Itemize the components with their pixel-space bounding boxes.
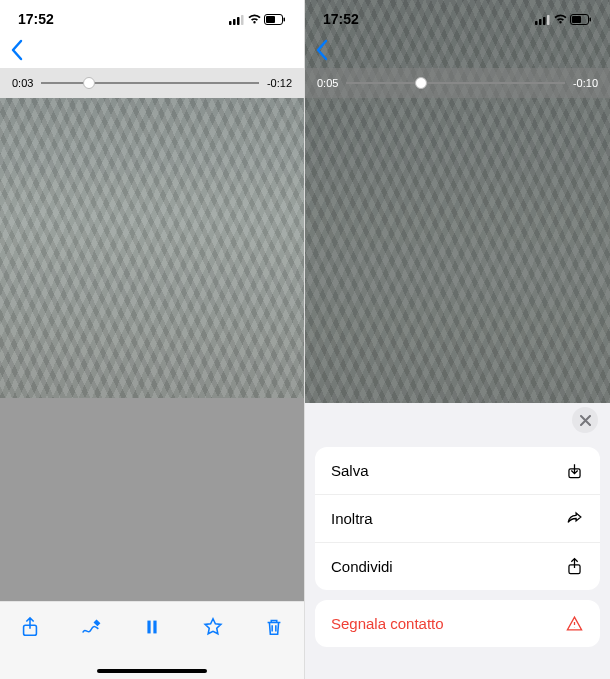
- scrub-thumb[interactable]: [83, 77, 95, 89]
- svg-rect-11: [539, 19, 542, 25]
- remaining-time: -0:10: [573, 77, 598, 89]
- menu-label: Segnala contatto: [331, 615, 444, 632]
- signal-icon: [535, 14, 551, 25]
- svg-rect-9: [153, 621, 156, 634]
- nav-bar: [0, 38, 304, 68]
- screen-left: 17:52 0:03 -0:12: [0, 0, 305, 679]
- wifi-icon: [553, 14, 568, 25]
- menu-label: Salva: [331, 462, 369, 479]
- svg-rect-5: [266, 16, 275, 23]
- signal-icon: [229, 14, 245, 25]
- scrub-track[interactable]: [346, 82, 565, 84]
- status-icons: [229, 14, 286, 25]
- menu-forward[interactable]: Inoltra: [315, 494, 600, 542]
- screen-right: 17:52 0:05 -0:10 Salva Inoltra Condividi…: [305, 0, 610, 679]
- download-icon: [565, 461, 584, 480]
- svg-rect-13: [547, 15, 550, 25]
- nav-bar: [305, 38, 610, 68]
- svg-rect-0: [229, 21, 232, 25]
- status-icons: [535, 14, 592, 25]
- home-indicator[interactable]: [97, 669, 207, 673]
- wifi-icon: [247, 14, 262, 25]
- remaining-time: -0:12: [267, 77, 292, 89]
- svg-rect-3: [241, 15, 244, 25]
- forward-icon: [565, 509, 584, 528]
- svg-rect-2: [237, 17, 240, 25]
- star-icon[interactable]: [202, 616, 224, 642]
- scrub-thumb[interactable]: [415, 77, 427, 89]
- pause-icon[interactable]: [141, 616, 163, 642]
- battery-icon: [264, 14, 286, 25]
- clock: 17:52: [323, 11, 359, 27]
- menu-report[interactable]: Segnala contatto: [315, 600, 600, 647]
- action-sheet: Salva Inoltra Condividi Segnala contatto: [305, 403, 610, 679]
- video-viewport: [0, 98, 304, 601]
- scrub-track[interactable]: [41, 82, 259, 84]
- share-icon[interactable]: [19, 616, 41, 642]
- letterbox: [0, 398, 304, 601]
- svg-rect-6: [284, 17, 286, 21]
- back-button[interactable]: [10, 39, 23, 67]
- warning-icon: [565, 614, 584, 633]
- elapsed-time: 0:03: [12, 77, 33, 89]
- menu-label: Inoltra: [331, 510, 373, 527]
- back-button[interactable]: [315, 39, 328, 67]
- share-icon: [565, 557, 584, 576]
- status-bar: 17:52: [305, 0, 610, 38]
- bottom-toolbar: [0, 601, 304, 679]
- video-frame: [0, 98, 304, 398]
- menu-share[interactable]: Condividi: [315, 542, 600, 590]
- menu-label: Condividi: [331, 558, 393, 575]
- menu-group: Salva Inoltra Condividi: [315, 447, 600, 590]
- menu-save[interactable]: Salva: [315, 447, 600, 494]
- close-button[interactable]: [572, 407, 598, 433]
- draw-icon[interactable]: [80, 616, 102, 642]
- svg-rect-16: [590, 17, 592, 21]
- svg-rect-15: [572, 16, 581, 23]
- scrubber[interactable]: 0:03 -0:12: [0, 68, 304, 98]
- svg-rect-8: [147, 621, 150, 634]
- scrubber[interactable]: 0:05 -0:10: [305, 68, 610, 98]
- svg-rect-10: [535, 21, 538, 25]
- svg-rect-12: [543, 17, 546, 25]
- elapsed-time: 0:05: [317, 77, 338, 89]
- battery-icon: [570, 14, 592, 25]
- trash-icon[interactable]: [263, 616, 285, 642]
- status-bar: 17:52: [0, 0, 304, 38]
- clock: 17:52: [18, 11, 54, 27]
- svg-rect-1: [233, 19, 236, 25]
